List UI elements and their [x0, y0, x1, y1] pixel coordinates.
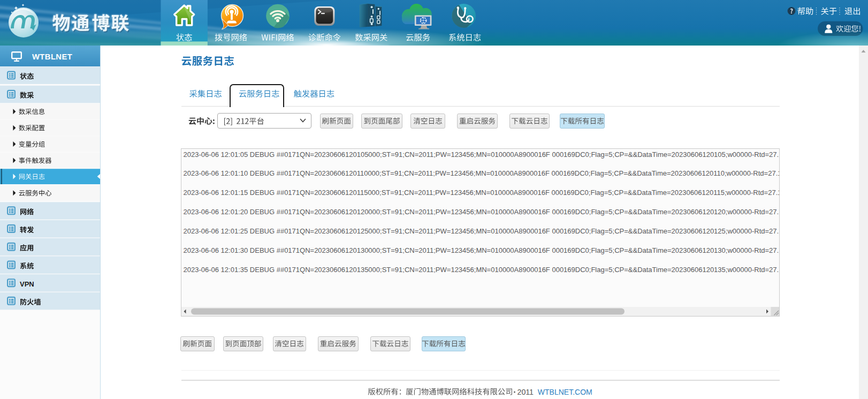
svg-text:2011: 2011 [517, 388, 534, 396]
svg-text:WTBLNET.COM: WTBLNET.COM [538, 388, 592, 396]
svg-text:VPN: VPN [20, 280, 34, 288]
svg-text:WTBLNET: WTBLNET [32, 52, 72, 61]
